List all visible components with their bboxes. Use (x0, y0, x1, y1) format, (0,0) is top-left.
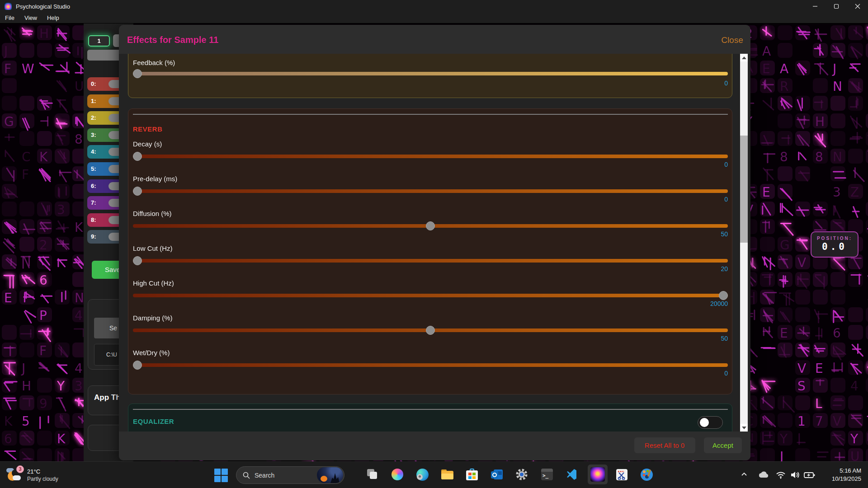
menu-file[interactable]: File (0, 13, 19, 23)
slider-value: 0 (724, 370, 728, 377)
dialog-title: Effects for Sample 11 (127, 35, 218, 45)
paint-icon[interactable] (637, 465, 656, 483)
sample-row-label: 5: (91, 165, 96, 172)
hidden-icons-chevron[interactable] (741, 471, 748, 478)
weather-badge: 3 (16, 465, 24, 473)
slider-thumb[interactable] (426, 326, 435, 335)
sample-row-label: 1: (91, 98, 96, 104)
tab-sample-1[interactable]: 1 (88, 35, 110, 47)
slider-thumb[interactable] (133, 187, 142, 196)
app-theme-label: App Th (94, 393, 121, 402)
slider-thumb[interactable] (133, 256, 142, 265)
window-title: Psychological Studio (16, 3, 70, 10)
scrollbar-up-arrow[interactable] (740, 54, 748, 61)
dialog-scroll-area: Feedback (%) 0 REVERB Decay (s)0Pre-dela… (119, 54, 750, 432)
task-view-icon[interactable] (363, 465, 382, 483)
delay-section (128, 54, 732, 98)
effects-dialog: Effects for Sample 11 Close Feedback (%)… (119, 25, 750, 460)
equalizer-toggle[interactable] (698, 416, 723, 429)
weather-temp: 21°C (27, 468, 58, 475)
sample-row-label: 0: (91, 80, 96, 87)
equalizer-divider (133, 409, 728, 410)
microsoft-store-icon[interactable] (463, 465, 481, 483)
slider-label: Wet/Dry (%) (133, 349, 170, 357)
vscode-icon[interactable] (563, 465, 581, 483)
dialog-scrollbar[interactable] (740, 54, 748, 432)
reverb-divider (133, 114, 728, 115)
slider-label: Low Cut (Hz) (133, 244, 173, 252)
scrollbar-thumb[interactable] (740, 136, 748, 243)
clock-date: 10/19/2025 (832, 475, 861, 483)
sample-row-label: 2: (91, 114, 96, 121)
weather-condition: Partly cloudy (27, 476, 58, 482)
accept-button[interactable]: Accept (704, 437, 742, 453)
equalizer-section (128, 404, 732, 432)
feedback-slider-track[interactable] (133, 72, 728, 75)
slider-thumb[interactable] (133, 152, 142, 161)
window-titlebar: Psychological Studio (0, 0, 868, 13)
feedback-value: 0 (724, 80, 728, 87)
sample-row-label: 6: (91, 183, 96, 189)
sample-row-label: 7: (91, 199, 96, 206)
start-button[interactable] (214, 468, 228, 483)
slider-label: Pre-delay (ms) (133, 175, 177, 183)
maximize-button[interactable] (826, 0, 847, 13)
search-box[interactable]: Search (236, 466, 344, 484)
slider-label: High Cut (Hz) (133, 279, 174, 287)
reverb-header: REVERB (133, 125, 163, 133)
settings-icon[interactable] (513, 465, 531, 483)
onedrive-icon[interactable] (758, 471, 769, 479)
active-app-tile[interactable] (588, 465, 608, 484)
close-dialog-button[interactable]: Close (721, 35, 743, 45)
slider-value: 20 (721, 265, 728, 272)
slider-thumb[interactable] (426, 221, 435, 230)
slider-value: 50 (721, 335, 728, 342)
slider-thumb[interactable] (133, 361, 142, 370)
slider-label: Diffusion (%) (133, 210, 172, 217)
reset-all-button[interactable]: Reset All to 0 (634, 437, 695, 453)
clock-time: 5:16 AM (832, 467, 861, 475)
slider-track[interactable] (133, 189, 728, 193)
position-label: POSITION: (811, 236, 858, 241)
menu-help[interactable]: Help (42, 13, 64, 23)
outlook-icon[interactable] (488, 465, 506, 483)
dialog-footer: Reset All to 0 Accept (119, 432, 750, 460)
weather-icon: 3 (5, 465, 24, 484)
menu-view[interactable]: View (19, 13, 42, 23)
position-value: 0.0 (811, 241, 858, 252)
reverb-section (128, 108, 732, 394)
weather-widget[interactable]: 3 21°C Partly cloudy (5, 465, 58, 484)
edge-browser-icon[interactable] (413, 465, 431, 483)
psychological-studio-taskbar-icon[interactable] (590, 467, 605, 482)
file-explorer-icon[interactable] (438, 465, 456, 483)
close-window-button[interactable] (847, 0, 868, 13)
snipping-tool-icon[interactable] (613, 465, 631, 483)
search-highlight-image[interactable] (317, 467, 343, 483)
sample-row-label: 9: (91, 233, 96, 240)
taskbar-clock[interactable]: 5:16 AM 10/19/2025 (832, 467, 861, 483)
feedback-label: Feedback (%) (133, 59, 175, 66)
menu-bar: File View Help (0, 13, 868, 23)
slider-track[interactable] (133, 294, 728, 297)
terminal-icon[interactable]: >_ (538, 465, 556, 483)
slider-thumb[interactable] (719, 291, 728, 300)
feedback-slider-thumb[interactable] (133, 69, 142, 78)
battery-icon[interactable] (804, 471, 816, 479)
slider-track[interactable] (133, 363, 728, 367)
equalizer-header: EQUALIZER (133, 418, 174, 425)
slider-track[interactable] (133, 259, 728, 263)
volume-icon[interactable] (790, 471, 800, 479)
app-icon (5, 3, 12, 10)
minimize-button[interactable] (804, 0, 826, 13)
sample-row-label: 8: (91, 216, 96, 223)
slider-value: 0 (724, 196, 728, 203)
slider-track[interactable] (133, 155, 728, 158)
slider-label: Decay (s) (133, 140, 162, 148)
position-display: POSITION: 0.0 (811, 231, 859, 258)
scrollbar-down-arrow[interactable] (740, 424, 748, 432)
search-icon (243, 472, 250, 479)
copilot-icon[interactable] (388, 465, 406, 483)
wifi-icon[interactable] (776, 471, 786, 479)
sample-row-label: 4: (91, 148, 96, 155)
search-placeholder: Search (255, 472, 274, 479)
